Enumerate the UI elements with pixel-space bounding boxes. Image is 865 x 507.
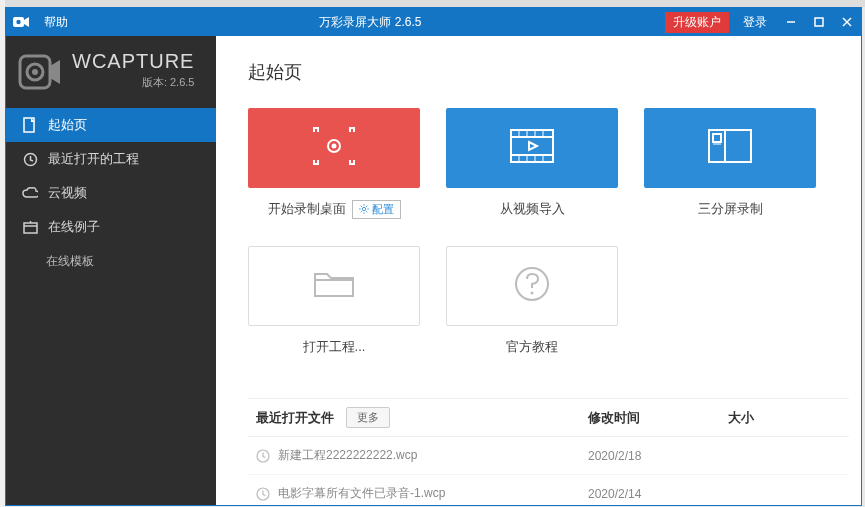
cards-grid: 开始录制桌面配置从视频导入三分屏录制打开工程...官方教程: [248, 108, 849, 358]
recent-files: 最近打开文件 更多 修改时间 大小 新建工程2222222222.wcp2020…: [248, 398, 849, 505]
col-size-header: 大小: [728, 410, 754, 425]
sidebar: WCAPTURE 版本: 2.6.5 起始页最近打开的工程云视频在线例子在线模板: [6, 36, 216, 505]
svg-point-8: [32, 69, 38, 75]
sidebar-item-label: 起始页: [48, 116, 87, 134]
brand-name: WCAPTURE: [72, 50, 194, 73]
file-modified: 2020/2/14: [588, 487, 728, 501]
card-1: 从视频导入: [446, 108, 618, 220]
sidebar-item-0[interactable]: 起始页: [6, 108, 216, 142]
sidebar-item-3[interactable]: 在线例子: [6, 210, 216, 244]
app-icon: [12, 15, 30, 29]
sidebar-item-label: 最近打开的工程: [48, 150, 139, 168]
card-0: 开始录制桌面配置: [248, 108, 420, 220]
record-icon: [312, 126, 356, 170]
question-icon: [512, 264, 552, 308]
more-button[interactable]: 更多: [346, 407, 390, 428]
logo-icon: [18, 50, 62, 94]
clock-icon: [22, 151, 38, 167]
recent-row[interactable]: 新建工程2222222222.wcp2020/2/18: [248, 437, 849, 475]
sidebar-item-label: 在线例子: [48, 218, 100, 236]
folder-icon: [311, 266, 357, 306]
clock-icon: [256, 449, 270, 463]
recent-row[interactable]: 电影字幕所有文件已录音-1.wcp2020/2/14: [248, 475, 849, 505]
page-icon: [22, 117, 38, 133]
svg-point-1: [16, 20, 20, 24]
page-title: 起始页: [248, 60, 849, 84]
svg-rect-17: [511, 130, 553, 162]
card-label: 开始录制桌面: [268, 200, 346, 218]
card-label: 官方教程: [506, 338, 558, 356]
card-folder[interactable]: [248, 246, 420, 326]
main-content: 起始页 开始录制桌面配置从视频导入三分屏录制打开工程...官方教程 最近打开文件…: [216, 36, 861, 505]
cloud-icon: [22, 185, 38, 201]
file-name: 电影字幕所有文件已录音-1.wcp: [278, 485, 445, 502]
app-window: 帮助 万彩录屏大师 2.6.5 升级账户 登录 WCAPTURE 版本: 2.6…: [5, 7, 862, 506]
svg-point-15: [332, 144, 337, 149]
file-modified: 2020/2/18: [588, 449, 728, 463]
file-name: 新建工程2222222222.wcp: [278, 447, 417, 464]
upgrade-button[interactable]: 升级账户: [665, 12, 729, 33]
minimize-button[interactable]: [777, 8, 805, 36]
sidebar-item-1[interactable]: 最近打开的工程: [6, 142, 216, 176]
login-button[interactable]: 登录: [733, 14, 777, 31]
config-button[interactable]: 配置: [352, 200, 401, 219]
col-modified-header: 修改时间: [588, 410, 640, 425]
sidebar-item-2[interactable]: 云视频: [6, 176, 216, 210]
card-label: 三分屏录制: [698, 200, 763, 218]
card-4: 官方教程: [446, 246, 618, 358]
svg-rect-3: [815, 18, 823, 26]
close-button[interactable]: [833, 8, 861, 36]
card-label: 从视频导入: [500, 200, 565, 218]
maximize-button[interactable]: [805, 8, 833, 36]
svg-point-34: [531, 292, 534, 295]
sidebar-item-label: 在线模板: [46, 253, 94, 270]
card-2: 三分屏录制: [644, 108, 816, 220]
card-triple[interactable]: [644, 108, 816, 188]
package-icon: [22, 219, 38, 235]
window-title: 万彩录屏大师 2.6.5: [76, 14, 665, 31]
recent-header: 最近打开文件 更多 修改时间 大小: [248, 398, 849, 437]
svg-rect-11: [24, 223, 37, 233]
card-3: 打开工程...: [248, 246, 420, 358]
col-name-header: 最近打开文件: [256, 409, 334, 427]
card-label: 打开工程...: [303, 338, 366, 356]
svg-rect-30: [713, 134, 721, 142]
gear-icon: [359, 204, 369, 214]
brand-version: 版本: 2.6.5: [72, 75, 194, 90]
svg-point-16: [362, 207, 365, 210]
titlebar: 帮助 万彩录屏大师 2.6.5 升级账户 登录: [6, 8, 861, 36]
video-icon: [509, 128, 555, 168]
sidebar-item-4[interactable]: 在线模板: [6, 244, 216, 278]
triple-icon: [707, 128, 753, 168]
nav: 起始页最近打开的工程云视频在线例子在线模板: [6, 108, 216, 278]
card-question[interactable]: [446, 246, 618, 326]
sidebar-item-label: 云视频: [48, 184, 87, 202]
card-video[interactable]: [446, 108, 618, 188]
brand: WCAPTURE 版本: 2.6.5: [6, 36, 216, 102]
clock-icon: [256, 487, 270, 501]
help-menu[interactable]: 帮助: [36, 14, 76, 31]
card-record[interactable]: [248, 108, 420, 188]
